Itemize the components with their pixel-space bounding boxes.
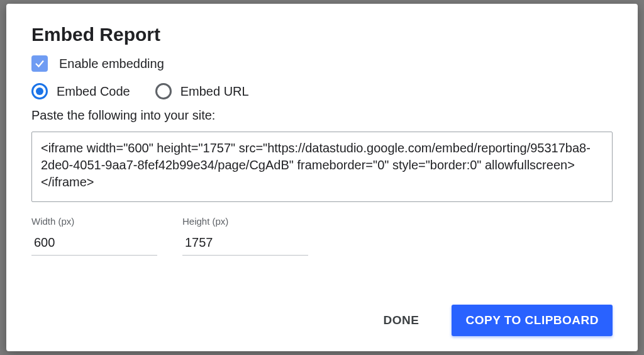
radio-embed-url[interactable]: Embed URL bbox=[155, 83, 249, 99]
enable-embedding-checkbox[interactable] bbox=[31, 55, 48, 72]
paste-instruction: Paste the following into your site: bbox=[31, 108, 613, 123]
dialog-title: Embed Report bbox=[31, 24, 613, 45]
width-input[interactable] bbox=[31, 233, 157, 256]
dimensions-row: Width (px) Height (px) bbox=[31, 216, 613, 256]
radio-dot-icon bbox=[36, 87, 43, 95]
radio-embed-code[interactable]: Embed Code bbox=[31, 83, 130, 99]
embed-report-dialog: Embed Report Enable embedding Embed Code… bbox=[6, 4, 638, 351]
embed-mode-radio-group: Embed Code Embed URL bbox=[31, 83, 613, 99]
radio-embed-code-label: Embed Code bbox=[57, 84, 130, 99]
enable-embedding-row: Enable embedding bbox=[31, 55, 613, 72]
copy-to-clipboard-button[interactable]: COPY TO CLIPBOARD bbox=[452, 305, 613, 336]
radio-icon bbox=[155, 83, 172, 99]
radio-icon bbox=[31, 83, 48, 99]
height-field: Height (px) bbox=[182, 216, 308, 256]
dialog-actions: DONE COPY TO CLIPBOARD bbox=[31, 292, 613, 336]
enable-embedding-label: Enable embedding bbox=[59, 57, 164, 71]
width-label: Width (px) bbox=[31, 216, 157, 227]
width-field: Width (px) bbox=[31, 216, 157, 256]
done-button[interactable]: DONE bbox=[381, 307, 422, 334]
radio-embed-url-label: Embed URL bbox=[180, 84, 249, 99]
check-icon bbox=[34, 58, 45, 69]
height-input[interactable] bbox=[182, 233, 308, 256]
height-label: Height (px) bbox=[182, 216, 308, 227]
embed-code-textarea[interactable] bbox=[31, 132, 613, 202]
